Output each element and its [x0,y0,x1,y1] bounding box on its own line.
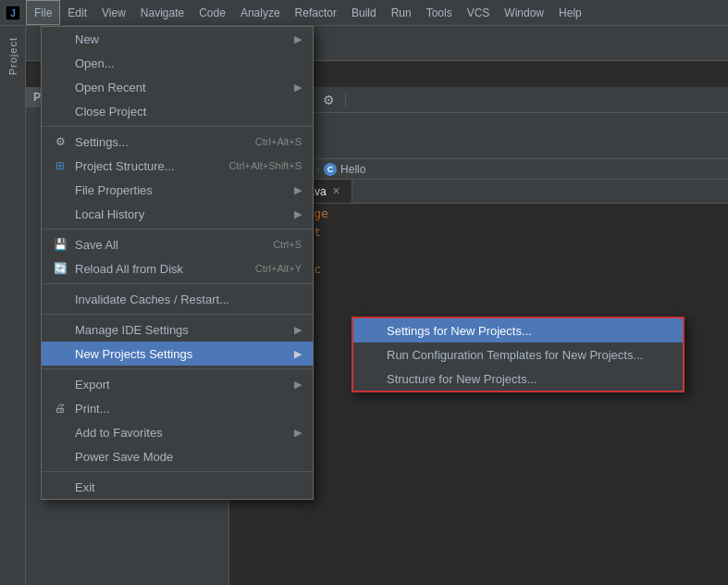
local-history-icon [53,206,68,221]
separator-5 [42,368,313,369]
sidebar-project-label[interactable]: Project [7,37,19,75]
save-all-shortcut: Ctrl+S [273,239,302,250]
menu-export[interactable]: Export ▶ [42,372,313,396]
export-arrow: ▶ [294,379,302,391]
menu-help[interactable]: Help [551,0,589,25]
menu-close-project[interactable]: Close Project [42,99,313,123]
tab-close-btn[interactable]: ✕ [332,185,340,197]
menu-edit[interactable]: Edit [60,0,94,25]
run-config-label: Run Configuration Templates for New Proj… [387,348,643,362]
menu-exit-label: Exit [75,480,95,494]
menu-power-save[interactable]: Power Save Mode [42,444,313,468]
menu-project-structure[interactable]: ⊞ Project Structure... Ctrl+Alt+Shift+S [42,154,313,178]
menu-open-label: Open... [75,56,115,70]
run-config-icon [364,347,379,362]
manage-ide-arrow: ▶ [294,324,302,336]
print-icon: 🖨 [53,401,68,416]
settings-icon[interactable]: ⚙ [319,91,338,109]
menu-add-favorites[interactable]: Add to Favorites ▶ [42,420,313,444]
new-projects-submenu: Settings for New Projects... Run Configu… [352,317,685,392]
file-props-arrow: ▶ [294,184,302,196]
exit-icon [53,479,68,494]
close-project-icon [53,104,68,118]
local-history-arrow: ▶ [294,208,302,220]
menu-exit[interactable]: Exit [42,475,313,499]
reload-icon: 🔄 [53,261,68,276]
menu-new[interactable]: New ▶ [42,27,313,51]
code-editor[interactable]: package import public pu } [266,204,728,426]
separator-4 [42,314,313,315]
menu-reload[interactable]: 🔄 Reload All from Disk Ctrl+Alt+Y [42,256,313,280]
bc-hello: Hello [340,163,365,176]
menu-local-history[interactable]: Local History ▶ [42,202,313,226]
power-save-icon [53,449,68,464]
menu-settings[interactable]: ⚙ Settings... Ctrl+Alt+S [42,130,313,154]
menu-manage-ide-label: Manage IDE Settings [75,323,189,337]
menu-reload-label: Reload All from Disk [75,262,183,276]
project-structure-icon: ⊞ [53,158,68,173]
settings-new-projects-icon [364,323,379,338]
menu-print[interactable]: 🖨 Print... [42,396,313,420]
invalidate-icon [53,292,68,306]
file-props-icon [53,182,68,197]
menu-local-history-label: Local History [75,207,144,221]
class-icon: C [324,163,337,176]
menu-file[interactable]: File [26,0,60,25]
code-line-1: package [278,204,717,222]
menu-code[interactable]: Code [191,0,233,25]
menu-open[interactable]: Open... [42,51,313,75]
reload-shortcut: Ctrl+Alt+Y [255,263,302,274]
menu-tools[interactable]: Tools [419,0,460,25]
menu-open-recent-label: Open Recent [75,81,146,94]
submenu-run-config-templates[interactable]: Run Configuration Templates for New Proj… [353,342,683,367]
code-line-2: import [278,222,717,241]
structure-new-label: Structure for New Projects... [387,372,537,386]
code-line-4: public [278,259,717,278]
menu-view[interactable]: View [94,0,133,25]
project-structure-shortcut: Ctrl+Alt+Shift+S [228,160,302,171]
menu-save-all[interactable]: 💾 Save All Ctrl+S [42,232,313,256]
file-menu-dropdown: New ▶ Open... Open Recent ▶ Close Projec… [41,26,314,500]
menubar: J File Edit View Navigate Code Analyze R… [0,0,728,26]
favorites-icon [53,425,68,440]
menu-build[interactable]: Build [344,0,384,25]
submenu-structure-new-projects[interactable]: Structure for New Projects... [353,367,683,391]
sidebar: Project [0,26,26,585]
submenu-settings-new-projects[interactable]: Settings for New Projects... [353,318,683,342]
menu-vcs[interactable]: VCS [460,0,498,25]
separator-6 [42,471,313,472]
menu-manage-ide[interactable]: Manage IDE Settings ▶ [42,317,313,342]
separator-2 [42,229,313,230]
code-line-12 [278,407,717,426]
bc-sep3: › [316,163,320,176]
menu-project-structure-label: Project Structure... [75,159,175,173]
menu-close-project-label: Close Project [75,105,146,118]
app-logo: J [4,4,22,22]
menu-print-label: Print... [75,402,110,416]
menu-refactor[interactable]: Refactor [288,0,344,25]
menu-file-properties-label: File Properties [75,183,153,197]
menu-file-properties[interactable]: File Properties ▶ [42,178,313,202]
menu-navigate[interactable]: Navigate [133,0,191,25]
new-projects-icon [53,346,68,361]
menu-open-recent[interactable]: Open Recent ▶ [42,75,313,99]
toolbar-separator-2 [345,93,346,107]
favorites-arrow: ▶ [294,427,302,439]
menu-new-projects-label: New Projects Settings [75,347,192,361]
menu-analyze[interactable]: Analyze [233,0,288,25]
menu-export-label: Export [75,378,110,392]
menu-new-projects-settings[interactable]: New Projects Settings ▶ [42,342,313,366]
separator-1 [42,126,313,127]
menu-invalidate-caches[interactable]: Invalidate Caches / Restart... [42,287,313,311]
menu-run[interactable]: Run [384,0,419,25]
menu-settings-label: Settings... [75,135,129,149]
new-arrow: ▶ [294,33,302,45]
open-icon [53,56,68,70]
menu-invalidate-label: Invalidate Caches / Restart... [75,292,229,306]
manage-ide-icon [53,322,68,337]
menu-power-save-label: Power Save Mode [75,450,173,464]
new-projects-arrow: ▶ [294,348,302,360]
menu-window[interactable]: Window [497,0,551,25]
structure-new-icon [364,371,379,386]
settings-shortcut: Ctrl+Alt+S [255,136,302,147]
